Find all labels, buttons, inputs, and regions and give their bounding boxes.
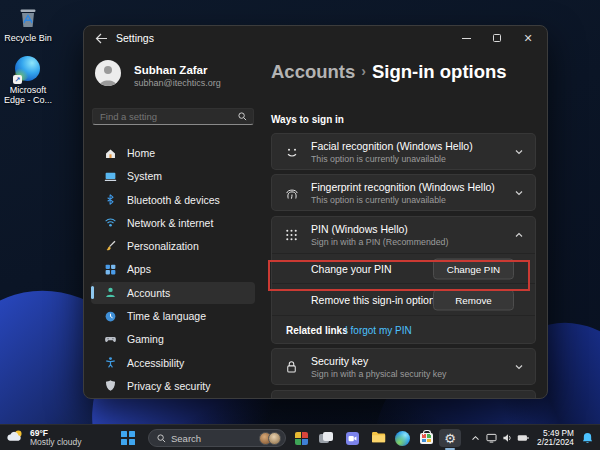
sidebar-item-label: Accounts	[127, 287, 170, 299]
gaming-icon	[103, 332, 117, 346]
window-title: Settings	[116, 32, 154, 44]
avatar[interactable]	[95, 60, 121, 86]
sidebar-item-accounts[interactable]: Accounts	[91, 282, 255, 304]
start-button[interactable]	[118, 429, 138, 447]
maximize-button[interactable]	[486, 30, 508, 46]
battery-icon[interactable]	[515, 430, 531, 446]
row-label: Change your PIN	[311, 263, 392, 275]
sidebar-item-network-internet[interactable]: Network & internet	[91, 212, 255, 234]
widgets-icon	[295, 432, 308, 445]
settings-app-button[interactable]: ⚙	[439, 429, 461, 447]
minimize-button[interactable]	[455, 30, 477, 46]
forgot-pin-link[interactable]: I forgot my PIN	[345, 325, 412, 336]
windows-logo-icon	[121, 431, 135, 445]
back-button[interactable]	[94, 31, 110, 45]
sidebar-item-privacy-security[interactable]: Privacy & security	[91, 375, 255, 397]
search-input[interactable]	[93, 111, 238, 122]
taskbar-clock[interactable]: 5:49 PM 2/21/2024	[537, 429, 574, 448]
window-titlebar[interactable]: Settings ✕	[84, 26, 547, 50]
sidebar-item-accessibility[interactable]: Accessibility	[91, 352, 255, 374]
card-title: Password	[311, 397, 357, 399]
desktop-icon-edge[interactable]: ↗ Microsoft Edge - Co...	[1, 56, 55, 105]
task-view-button[interactable]	[315, 429, 337, 447]
sidebar-item-label: Bluetooth & devices	[127, 194, 220, 206]
sidebar-item-apps[interactable]: Apps	[91, 258, 255, 280]
notification-bell-icon[interactable]	[578, 430, 596, 446]
card-password[interactable]: Password Sign in with your account's pas…	[271, 390, 536, 399]
profile-name[interactable]: Subhan Zafar	[134, 64, 207, 76]
face-icon	[283, 144, 300, 161]
sidebar-item-time-language[interactable]: Time & language	[91, 305, 255, 327]
card-facial-recognition[interactable]: Facial recognition (Windows Hello) This …	[271, 133, 536, 170]
search-label: Search	[171, 433, 263, 444]
search-highlight-avatar	[268, 432, 281, 445]
remove-button[interactable]: Remove	[433, 289, 514, 310]
sidebar-item-personalization[interactable]: Personalization	[91, 235, 255, 257]
fingerprint-icon	[283, 185, 300, 202]
file-explorer-button[interactable]	[367, 429, 389, 447]
card-pin-windows-hello: PIN (Windows Hello) Sign in with a PIN (…	[271, 216, 536, 344]
change-pin-button[interactable]: Change PIN	[433, 258, 514, 279]
card-subtitle: Sign in with a physical security key	[311, 369, 446, 379]
desktop-icon-label: Recycle Bin	[1, 33, 55, 43]
card-title: Facial recognition (Windows Hello)	[311, 140, 473, 152]
system-tray: 5:49 PM 2/21/2024	[467, 425, 600, 450]
gear-icon: ⚙	[444, 432, 456, 445]
sidebar-item-system[interactable]: System	[91, 165, 255, 187]
taskbar-chat-button[interactable]	[341, 429, 363, 447]
settings-main-pane: Accounts›Sign-in options Ways to sign in…	[271, 50, 536, 399]
card-title: PIN (Windows Hello)	[311, 223, 408, 235]
sidebar-item-gaming[interactable]: Gaming	[91, 328, 255, 350]
accounts-icon	[103, 286, 117, 300]
weather-cloud-icon	[6, 428, 25, 448]
hidden-icons-chevron[interactable]	[467, 430, 483, 446]
section-label: Ways to sign in	[271, 114, 344, 125]
microsoft-store-button[interactable]	[415, 429, 437, 447]
breadcrumb-accounts[interactable]: Accounts	[271, 61, 355, 82]
sidebar-item-label: Privacy & security	[127, 380, 210, 392]
task-view-icon	[319, 432, 333, 444]
chevron-up-icon[interactable]	[514, 230, 524, 240]
page-title: Sign-in options	[372, 61, 507, 82]
chevron-down-icon[interactable]	[514, 362, 524, 372]
breadcrumb-separator: ›	[355, 63, 372, 79]
card-fingerprint-recognition[interactable]: Fingerprint recognition (Windows Hello) …	[271, 174, 536, 211]
store-bag-icon	[420, 433, 433, 444]
card-subtitle: This option is currently unavailable	[311, 195, 446, 205]
edge-icon: ↗	[15, 56, 41, 82]
chevron-down-icon[interactable]	[514, 188, 524, 198]
card-subtitle: This option is currently unavailable	[311, 154, 446, 164]
pin-card-header[interactable]: PIN (Windows Hello) Sign in with a PIN (…	[272, 217, 535, 253]
search-icon	[157, 429, 166, 447]
privacy-shield-icon	[103, 379, 117, 393]
sidebar-item-label: Apps	[127, 263, 151, 275]
edge-browser-button[interactable]	[391, 429, 413, 447]
card-title: Security key	[311, 355, 368, 367]
card-security-key[interactable]: Security key Sign in with a physical sec…	[271, 348, 536, 385]
sidebar-item-label: Accessibility	[127, 357, 184, 369]
card-title: Fingerprint recognition (Windows Hello)	[311, 181, 495, 193]
security-key-lock-icon	[283, 359, 300, 376]
taskbar: 69°F Mostly cloudy Search	[0, 424, 600, 450]
settings-sidebar: Home System Bluetooth & devices Network …	[91, 142, 255, 398]
personalization-icon	[103, 239, 117, 253]
shortcut-arrow-badge: ↗	[13, 75, 22, 84]
settings-window: Settings ✕ Subhan Zafar subhan@itechtics…	[83, 25, 548, 399]
sidebar-item-bluetooth-devices[interactable]: Bluetooth & devices	[91, 189, 255, 211]
close-button[interactable]: ✕	[517, 30, 539, 46]
accessibility-icon	[103, 356, 117, 370]
volume-icon[interactable]	[499, 430, 515, 446]
network-icon	[103, 216, 117, 230]
display-icon[interactable]	[483, 430, 499, 446]
weather-widget[interactable]: 69°F Mostly cloudy	[6, 428, 82, 448]
find-a-setting-search[interactable]	[92, 108, 254, 125]
taskbar-widgets-button[interactable]	[290, 429, 312, 447]
pin-pad-icon	[283, 227, 300, 244]
chevron-down-icon[interactable]	[514, 147, 524, 157]
desktop-icon-label: Microsoft Edge - Co...	[2, 85, 54, 105]
desktop-icon-recycle-bin[interactable]: Recycle Bin	[1, 4, 55, 43]
sidebar-item-home[interactable]: Home	[91, 142, 255, 164]
edge-icon	[395, 431, 410, 446]
row-remove-sign-in-option: Remove this sign-in option Remove	[272, 283, 535, 315]
taskbar-search[interactable]: Search	[148, 429, 286, 447]
